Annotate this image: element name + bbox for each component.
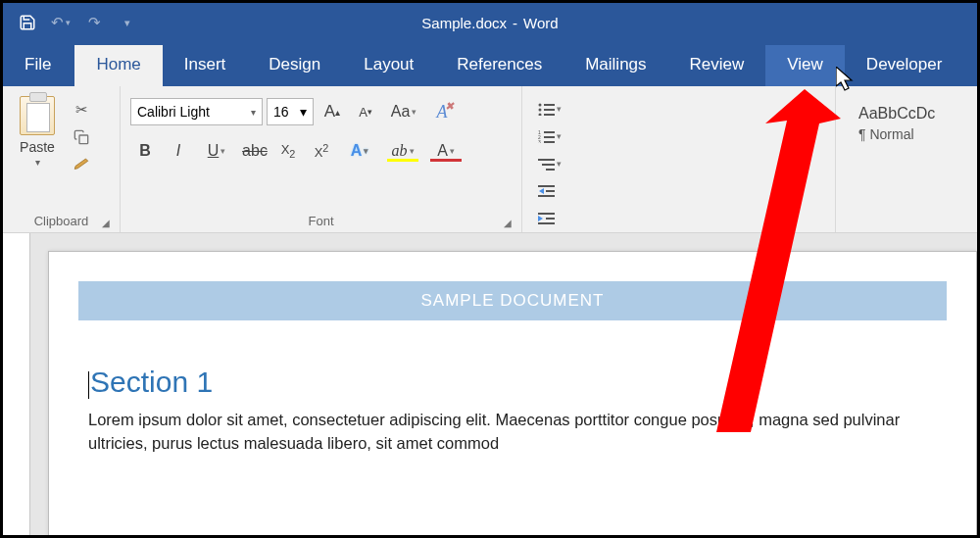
svg-rect-21 <box>546 218 555 220</box>
numbering-button[interactable]: 123▾ <box>532 122 567 150</box>
document-header: SAMPLE DOCUMENT <box>78 281 947 320</box>
tab-design[interactable]: Design <box>247 45 342 86</box>
dropdown-icon: ▾ <box>300 104 307 120</box>
group-paragraph: ▾ 123▾ ▾ A↓Z ¶ ▾ ▾ ▾ Paragraph ◢ <box>522 86 836 232</box>
redo-button[interactable]: ↷ <box>79 9 109 36</box>
font-name-combo[interactable]: Calibri Light▾ <box>130 98 263 125</box>
multilevel-list-button[interactable]: ▾ <box>532 150 567 177</box>
tab-review[interactable]: Review <box>668 45 766 86</box>
body-paragraph[interactable]: Lorem ipsum dolor sit amet, consectetuer… <box>88 409 937 456</box>
text-effects-button[interactable]: A▾ <box>340 137 379 165</box>
document-page[interactable]: SAMPLE DOCUMENT Section 1 Lorem ipsum do… <box>48 251 977 535</box>
svg-point-3 <box>539 109 542 112</box>
svg-text:3: 3 <box>538 139 541 143</box>
strikethrough-button[interactable]: abc <box>240 137 270 165</box>
svg-rect-20 <box>538 213 555 215</box>
clipboard-launcher-icon[interactable]: ◢ <box>102 218 110 228</box>
title-bar: ↶▾ ↷ ▾ Sample.docx - Word <box>3 3 977 42</box>
dropdown-icon: ▾ <box>251 107 256 118</box>
change-case-button[interactable]: Aa▾ <box>384 98 423 125</box>
tab-home[interactable]: Home <box>74 45 162 86</box>
svg-rect-10 <box>544 136 555 138</box>
app-name: Word <box>523 15 559 31</box>
tab-developer[interactable]: Developer <box>845 45 964 86</box>
svg-point-1 <box>539 104 542 107</box>
tab-insert[interactable]: Insert <box>163 45 248 86</box>
decrease-indent-button[interactable] <box>532 177 562 205</box>
italic-button[interactable]: I <box>164 137 193 165</box>
svg-point-5 <box>539 114 542 117</box>
highlight-color-button[interactable]: ab▾ <box>383 137 422 165</box>
cut-button[interactable]: ✂ <box>70 99 93 121</box>
bullets-button[interactable]: ▾ <box>532 95 567 122</box>
tab-references[interactable]: References <box>435 45 564 86</box>
svg-rect-2 <box>544 104 555 106</box>
text-cursor <box>88 371 89 399</box>
group-label-font: Font ◢ <box>126 209 515 232</box>
format-painter-button[interactable] <box>70 154 93 175</box>
svg-rect-13 <box>538 159 555 161</box>
heading-1[interactable]: Section 1 <box>88 366 937 399</box>
font-launcher-icon[interactable]: ◢ <box>504 218 512 228</box>
svg-rect-12 <box>544 141 555 143</box>
quick-access-toolbar: ↶▾ ↷ ▾ <box>3 9 152 36</box>
svg-rect-0 <box>79 135 88 144</box>
svg-rect-4 <box>544 109 555 111</box>
underline-button[interactable]: U▾ <box>197 137 236 165</box>
ribbon: Paste ▾ ✂ Clipboard ◢ Calibri Light▾ <box>3 86 977 233</box>
document-filename: Sample.docx <box>421 15 507 31</box>
svg-marker-19 <box>539 188 544 194</box>
save-button[interactable] <box>13 9 42 36</box>
svg-rect-6 <box>544 114 555 116</box>
svg-rect-16 <box>538 185 555 187</box>
svg-rect-22 <box>538 222 555 224</box>
vertical-ruler[interactable] <box>3 233 30 535</box>
font-color-button[interactable]: A▾ <box>426 137 466 165</box>
undo-button[interactable]: ↶▾ <box>46 9 75 36</box>
font-size-combo[interactable]: 16▾ <box>267 98 314 125</box>
svg-rect-18 <box>538 195 555 197</box>
tab-mailings[interactable]: Mailings <box>564 45 667 86</box>
tab-layout[interactable]: Layout <box>342 45 435 86</box>
ribbon-tabs: File Home Insert Design Layout Reference… <box>3 42 977 86</box>
svg-rect-15 <box>546 169 555 171</box>
paste-button[interactable]: Paste ▾ <box>9 91 66 209</box>
clipboard-icon <box>20 96 55 135</box>
group-styles: AaBbCcDc ¶ Normal <box>836 86 977 232</box>
superscript-button[interactable]: X2 <box>307 137 336 165</box>
svg-rect-17 <box>546 190 555 192</box>
qat-customize-button[interactable]: ▾ <box>113 9 142 36</box>
grow-font-button[interactable]: A▴ <box>318 98 347 125</box>
paste-label: Paste <box>20 139 55 155</box>
svg-rect-8 <box>544 131 555 133</box>
svg-rect-14 <box>542 164 555 166</box>
bold-button[interactable]: B <box>130 137 160 165</box>
subscript-button[interactable]: X2 <box>273 137 303 165</box>
increase-indent-button[interactable] <box>532 205 562 232</box>
copy-button[interactable] <box>70 126 93 148</box>
tab-file[interactable]: File <box>11 45 74 86</box>
svg-marker-23 <box>538 216 543 221</box>
style-preview-normal[interactable]: AaBbCcDc ¶ Normal <box>846 92 977 149</box>
window-title: Sample.docx - Word <box>421 3 558 42</box>
document-workspace: SAMPLE DOCUMENT Section 1 Lorem ipsum do… <box>3 233 977 535</box>
shrink-font-button[interactable]: A▾ <box>351 98 380 125</box>
clear-formatting-button[interactable]: A✖ <box>427 98 457 125</box>
tab-view[interactable]: View <box>765 45 845 86</box>
group-clipboard: Paste ▾ ✂ Clipboard ◢ <box>3 86 121 232</box>
group-font: Calibri Light▾ 16▾ A▴ A▾ Aa▾ A✖ B I U▾ a… <box>121 86 522 232</box>
paste-dropdown-icon[interactable]: ▾ <box>35 157 40 168</box>
group-label-clipboard: Clipboard ◢ <box>9 209 114 232</box>
